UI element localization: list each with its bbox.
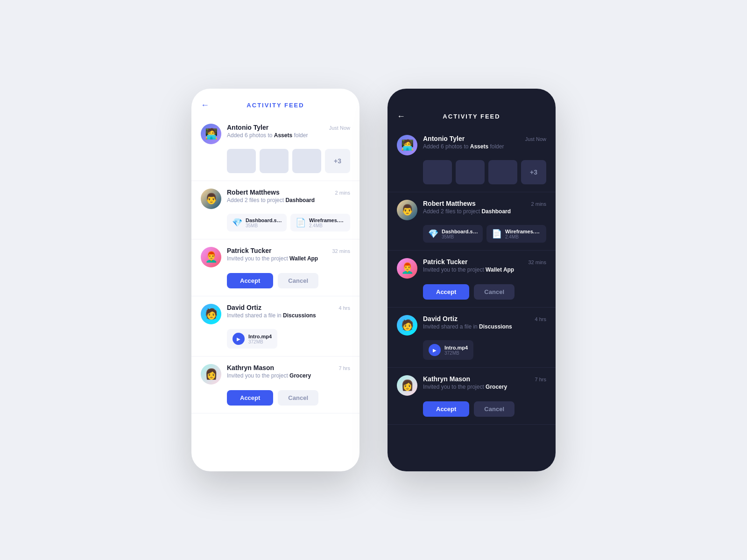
dark-name-antonio: Antonio Tyler bbox=[423, 135, 465, 142]
dark-name-david: David Ortiz bbox=[423, 315, 458, 322]
dark-cancel-button-kathryn[interactable]: Cancel bbox=[474, 401, 514, 417]
feed-item-robert: 👨 Robert Matthews 2 mins Added 2 files t… bbox=[191, 181, 359, 239]
dark-name-robert: Robert Matthews bbox=[423, 200, 476, 207]
meta-robert: Robert Matthews 2 mins Added 2 files to … bbox=[227, 189, 350, 203]
dark-file-size-sketch: 35MB bbox=[442, 234, 478, 239]
avatar-patrick: 👨‍🦰 bbox=[201, 247, 221, 267]
dark-time-kathryn: 7 hrs bbox=[535, 377, 546, 382]
dark-actions-kathryn: Accept Cancel bbox=[423, 401, 546, 417]
actions-kathryn: Accept Cancel bbox=[227, 390, 350, 406]
time-david: 4 hrs bbox=[339, 305, 350, 311]
dark-feed-item-david: 🧑 David Ortiz 4 hrs Invited shared a fil… bbox=[388, 308, 556, 368]
photo-thumb-1 bbox=[227, 149, 256, 173]
files-robert: 💎 Dashboard.sketch 35MB 📄 Wireframes.pdf… bbox=[227, 214, 350, 231]
dark-phone: ← ACTIVITY FEED 🧑‍💻 Antonio Tyler Just N… bbox=[388, 89, 556, 471]
dark-title: ACTIVITY FEED bbox=[443, 113, 500, 120]
name-david: David Ortiz bbox=[227, 304, 261, 311]
dark-video-chip-david[interactable]: ▶ Intro.mp4 372MB bbox=[423, 340, 473, 360]
desc-robert: Added 2 files to project Dashboard bbox=[227, 197, 350, 203]
file-info-pdf: Wireframes.pdf 2.4MB bbox=[309, 217, 345, 228]
desc-patrick: Invited you to the project Wallet App bbox=[227, 255, 350, 262]
video-info: Intro.mp4 372MB bbox=[248, 334, 272, 344]
light-title: ACTIVITY FEED bbox=[247, 102, 304, 109]
dark-file-chip-sketch: 💎 Dashboard.sketch 35MB bbox=[423, 225, 483, 243]
light-feed: 🧑‍💻 Antonio Tyler Just Now Added 6 photo… bbox=[191, 116, 359, 471]
play-icon: ▶ bbox=[233, 333, 245, 345]
dark-file-chip-pdf: 📄 Wireframes.pdf 2.4MB bbox=[486, 225, 546, 243]
dark-time-robert: 2 mins bbox=[531, 201, 546, 207]
dark-avatar-kathryn: 👩 bbox=[397, 375, 417, 396]
accept-button-patrick[interactable]: Accept bbox=[227, 273, 273, 288]
dark-feed-item-antonio: 🧑‍💻 Antonio Tyler Just Now Added 6 photo… bbox=[388, 127, 556, 192]
meta-kathryn: Kathryn Mason 7 hrs Invited you to the p… bbox=[227, 364, 350, 379]
dark-accept-button-patrick[interactable]: Accept bbox=[423, 284, 469, 300]
avatar-antonio: 🧑‍💻 bbox=[201, 124, 221, 144]
page-wrapper: ← ACTIVITY FEED 🧑‍💻 Antonio Tyler Just N… bbox=[173, 70, 574, 490]
file-name-sketch: Dashboard.sketch bbox=[246, 217, 282, 223]
accept-button-kathryn[interactable]: Accept bbox=[227, 390, 273, 406]
dark-play-icon: ▶ bbox=[429, 344, 441, 356]
desc-david: Invited shared a file in Discussions bbox=[227, 312, 350, 319]
dark-time-david: 4 hrs bbox=[535, 316, 546, 322]
meta-antonio: Antonio Tyler Just Now Added 6 photos to… bbox=[227, 124, 350, 139]
dark-header: ← ACTIVITY FEED bbox=[388, 100, 556, 127]
meta-patrick: Patrick Tucker 32 mins Invited you to th… bbox=[227, 247, 350, 262]
desc-antonio: Added 6 photos to Assets folder bbox=[227, 132, 350, 139]
dark-desc-david: Invited shared a file in Discussions bbox=[423, 323, 546, 330]
dark-desc-robert: Added 2 files to project Dashboard bbox=[423, 208, 546, 215]
dark-photos-antonio: +3 bbox=[423, 160, 546, 184]
light-header: ← ACTIVITY FEED bbox=[191, 89, 359, 116]
dark-desc-patrick: Invited you to the project Wallet App bbox=[423, 266, 546, 273]
back-button[interactable]: ← bbox=[201, 100, 209, 110]
file-name-pdf: Wireframes.pdf bbox=[309, 217, 345, 223]
dark-video-name: Intro.mp4 bbox=[444, 345, 468, 350]
cancel-button-patrick[interactable]: Cancel bbox=[278, 273, 318, 288]
dark-desc-kathryn: Invited you to the project Grocery bbox=[423, 384, 546, 390]
avatar-david: 🧑 bbox=[201, 304, 221, 324]
dark-avatar-david: 🧑 bbox=[397, 315, 417, 336]
time-kathryn: 7 hrs bbox=[339, 365, 350, 371]
dark-sketch-icon: 💎 bbox=[428, 228, 439, 239]
sketch-icon: 💎 bbox=[232, 217, 243, 228]
dark-accept-button-kathryn[interactable]: Accept bbox=[423, 401, 469, 417]
dark-file-name-pdf: Wireframes.pdf bbox=[505, 229, 542, 234]
name-kathryn: Kathryn Mason bbox=[227, 364, 274, 371]
time-patrick: 32 mins bbox=[332, 248, 350, 254]
meta-david: David Ortiz 4 hrs Invited shared a file … bbox=[227, 304, 350, 319]
file-chip-pdf: 📄 Wireframes.pdf 2.4MB bbox=[290, 214, 350, 231]
feed-item-david: 🧑 David Ortiz 4 hrs Invited shared a fil… bbox=[191, 296, 359, 357]
dark-photo-more: +3 bbox=[521, 160, 546, 184]
cancel-button-kathryn[interactable]: Cancel bbox=[278, 390, 318, 406]
video-chip-david[interactable]: ▶ Intro.mp4 372MB bbox=[227, 329, 277, 349]
file-size-sketch: 35MB bbox=[246, 223, 282, 228]
dark-avatar-antonio: 🧑‍💻 bbox=[397, 135, 417, 155]
dark-file-size-pdf: 2.4MB bbox=[505, 234, 542, 239]
feed-item-kathryn: 👩 Kathryn Mason 7 hrs Invited you to the… bbox=[191, 357, 359, 413]
photo-thumb-3 bbox=[292, 149, 321, 173]
dark-video-size: 372MB bbox=[444, 350, 468, 356]
notch bbox=[444, 89, 500, 100]
dark-file-name-sketch: Dashboard.sketch bbox=[442, 229, 478, 234]
actions-patrick: Accept Cancel bbox=[227, 273, 350, 288]
file-chip-sketch: 💎 Dashboard.sketch 35MB bbox=[227, 214, 287, 231]
dark-video-info: Intro.mp4 372MB bbox=[444, 345, 468, 356]
dark-cancel-button-patrick[interactable]: Cancel bbox=[474, 284, 514, 300]
dark-file-info-pdf: Wireframes.pdf 2.4MB bbox=[505, 229, 542, 239]
dark-feed-item-patrick: 👨‍🦰 Patrick Tucker 32 mins Invited you t… bbox=[388, 251, 556, 308]
dark-avatar-robert: 👨 bbox=[397, 200, 417, 220]
dark-back-button[interactable]: ← bbox=[397, 112, 405, 121]
dark-files-robert: 💎 Dashboard.sketch 35MB 📄 Wireframes.pdf… bbox=[423, 225, 546, 243]
name-robert: Robert Matthews bbox=[227, 189, 280, 196]
photos-antonio: +3 bbox=[227, 149, 350, 173]
dark-time-antonio: Just Now bbox=[525, 136, 546, 142]
time-robert: 2 mins bbox=[335, 190, 350, 196]
name-patrick: Patrick Tucker bbox=[227, 247, 271, 254]
dark-meta-robert: Robert Matthews 2 mins Added 2 files to … bbox=[423, 200, 546, 215]
dark-meta-kathryn: Kathryn Mason 7 hrs Invited you to the p… bbox=[423, 375, 546, 390]
dark-meta-david: David Ortiz 4 hrs Invited shared a file … bbox=[423, 315, 546, 330]
dark-feed: 🧑‍💻 Antonio Tyler Just Now Added 6 photo… bbox=[388, 127, 556, 471]
dark-actions-patrick: Accept Cancel bbox=[423, 284, 546, 300]
photo-thumb-2 bbox=[260, 149, 289, 173]
video-name: Intro.mp4 bbox=[248, 334, 272, 339]
dark-file-info-sketch: Dashboard.sketch 35MB bbox=[442, 229, 478, 239]
